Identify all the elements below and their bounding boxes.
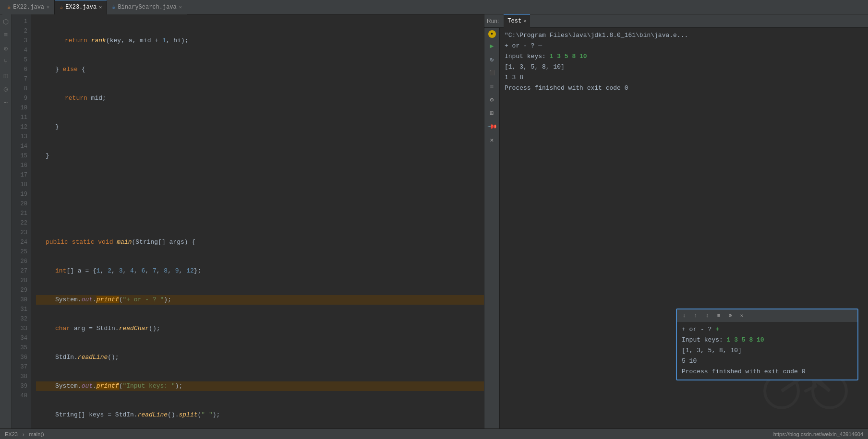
code-line-5: } — [36, 151, 484, 161]
code-line-13: System.out.printf("Input keys: "); — [36, 381, 484, 391]
popup-line-4: 5 10 — [682, 356, 853, 367]
run-panel: Run: Test ✕ ● ▶ ↻ ⬛ ≡ ⚙ ⊞ 📌 ✕ "C:\Progra… — [484, 14, 868, 428]
code-line-7 — [36, 209, 484, 218]
tab-ex23-label: EX23.java — [65, 4, 96, 11]
tab-ex23-close[interactable]: ✕ — [99, 4, 102, 10]
tab-bar: ☕ EX22.java ✕ ☕ EX23.java ✕ ☕ BinarySear… — [0, 0, 868, 14]
output-line-1: "C:\Program Files\Java\jdk1.8.0_161\bin\… — [505, 30, 863, 41]
tab-ex22-icon: ☕ — [7, 3, 11, 11]
tab-ex22[interactable]: ☕ EX22.java ✕ — [2, 0, 55, 14]
output-line-7: Process finished with exit code 0 — [505, 83, 863, 94]
settings-button[interactable]: ⚙ — [487, 95, 497, 105]
side-panel: ⬡ ≡ ⊙ ⑂ ◫ ◎ ⋯ — [0, 14, 12, 428]
tab-binarysearch-icon: ☕ — [112, 3, 115, 11]
status-left: EX23 › main() — [5, 431, 44, 437]
code-line-8: public static void main(String[] args) { — [36, 237, 484, 247]
code-line-14: String[] keys = StdIn.readLine().split("… — [36, 410, 484, 420]
code-line-9: int[] a = {1, 2, 3, 4, 6, 7, 8, 9, 12}; — [36, 266, 484, 276]
run-content: ● ▶ ↻ ⬛ ≡ ⚙ ⊞ 📌 ✕ "C:\Program Files\Java… — [484, 28, 868, 428]
structure-icon[interactable]: ≡ — [1, 30, 11, 40]
code-line-12: StdIn.readLine(); — [36, 353, 484, 362]
bookmark-icon[interactable]: ⬡ — [1, 17, 11, 26]
close-run-button[interactable]: ✕ — [487, 135, 497, 145]
popup-sort-up[interactable]: ↑ — [691, 311, 700, 320]
run-toolbar: ● ▶ ↻ ⬛ ≡ ⚙ ⊞ 📌 ✕ — [484, 28, 500, 428]
output-line-4: [1, 3, 5, 8, 10] — [505, 62, 863, 72]
status-url: https://blog.csdn.net/weixin_43914604 — [773, 431, 863, 437]
tab-binarysearch-label: BinarySearch.java — [118, 4, 176, 11]
tab-ex22-label: EX22.java — [13, 4, 44, 11]
line-numbers: 1 2 3 4 5 6 7 8 9 10 11 12 13 14 15 16 1… — [12, 14, 31, 428]
code-editor-content[interactable]: return rank(key, a, mid + 1, hi); } else… — [31, 14, 484, 428]
run-tab-close[interactable]: ✕ — [523, 18, 526, 24]
code-line-11: char arg = StdIn.readChar(); — [36, 324, 484, 333]
stop-button[interactable]: ⬛ — [487, 68, 497, 78]
popup-line-2: Input keys: 1 3 5 8 10 — [682, 335, 853, 345]
output-line-5: 1 3 8 — [505, 72, 863, 83]
output-line-2: + or - ? — — [505, 41, 863, 51]
popup-line-1: + or - ? + — [682, 324, 853, 335]
main-area: ⬡ ≡ ⊙ ⑂ ◫ ◎ ⋯ 1 2 3 4 5 6 7 8 9 10 11 12… — [0, 14, 868, 428]
status-bar: EX23 › main() https://blog.csdn.net/weix… — [0, 428, 868, 439]
tab-ex22-close[interactable]: ✕ — [47, 4, 49, 10]
status-separator: › — [23, 431, 24, 437]
popup-scroll[interactable]: ↕ — [702, 311, 712, 320]
console-popup: ↓ ↑ ↕ ≡ ⚙ ✕ + or - ? + Input keys: 1 3 5… — [676, 308, 858, 380]
layout-button[interactable]: ⊞ — [487, 108, 497, 119]
rerun-button[interactable]: ↻ — [487, 54, 497, 65]
code-line-10: System.out.printf("+ or - ? "); — [36, 295, 484, 305]
status-file: EX23 — [5, 431, 18, 437]
tab-ex23-icon: ☕ — [60, 4, 63, 11]
coverage-icon[interactable]: ◎ — [1, 84, 11, 94]
popup-close[interactable]: ✕ — [737, 311, 747, 320]
code-line-2: } else { — [36, 65, 484, 74]
popup-settings2[interactable]: ⚙ — [725, 311, 735, 320]
output-area: "C:\Program Files\Java\jdk1.8.0_161\bin\… — [500, 28, 868, 428]
run-button[interactable]: ▶ — [487, 41, 497, 51]
tab-ex23[interactable]: ☕ EX23.java ✕ — [55, 0, 107, 14]
popup-line-6: Process finished with exit code 0 — [682, 367, 853, 377]
popup-sort-down[interactable]: ↓ — [679, 311, 689, 320]
tab-binarysearch[interactable]: ☕ BinarySearch.java ✕ — [107, 0, 187, 14]
diff-icon[interactable]: ◫ — [1, 71, 11, 80]
code-line-4: } — [36, 122, 484, 132]
popup-list[interactable]: ≡ — [714, 311, 723, 320]
run-tab-test[interactable]: Test ✕ — [504, 14, 530, 28]
console-popup-content: + or - ? + Input keys: 1 3 5 8 10 [1, 3,… — [677, 322, 857, 380]
run-tab-bar: Run: Test ✕ — [484, 14, 868, 28]
tab-binarysearch-close[interactable]: ✕ — [179, 4, 182, 10]
inspect-icon[interactable]: ⊙ — [1, 44, 11, 53]
code-line-3: return mid; — [36, 94, 484, 103]
editor[interactable]: 1 2 3 4 5 6 7 8 9 10 11 12 13 14 15 16 1… — [12, 14, 484, 428]
popup-line-3: [1, 3, 5, 8, 10] — [682, 345, 853, 356]
git-icon[interactable]: ⑂ — [1, 57, 11, 67]
pin-button[interactable]: 📌 — [484, 119, 499, 134]
more-icon[interactable]: ⋯ — [1, 97, 11, 107]
console-popup-toolbar: ↓ ↑ ↕ ≡ ⚙ ✕ — [677, 309, 857, 322]
run-indicator: ● — [488, 30, 496, 38]
status-method: main() — [29, 431, 44, 437]
scroll-end-button[interactable]: ≡ — [487, 81, 497, 92]
run-tab-test-label: Test — [507, 18, 521, 24]
code-line-6 — [36, 180, 484, 190]
output-line-3: Input keys: 1 3 5 8 10 — [505, 51, 863, 62]
code-line-1: return rank(key, a, mid + 1, hi); — [36, 36, 484, 46]
run-label: Run: — [487, 18, 501, 24]
